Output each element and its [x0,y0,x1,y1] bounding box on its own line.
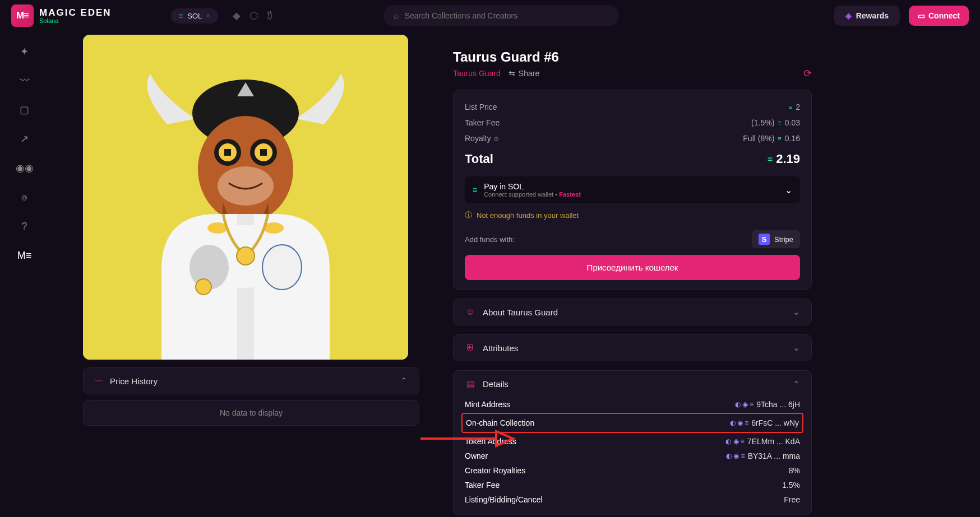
detail-row-takerfee: Taker Fee 1.5% [465,478,800,492]
royalty-value: 0.16 [785,134,800,143]
chevron-up-icon: ⌃ [400,376,408,386]
badge-icon[interactable]: ⌾ [18,190,31,204]
diamond-icon: ◈ [845,11,852,20]
taker-fee-value: 0.03 [785,118,800,127]
clipboard-icon[interactable]: ▢ [18,103,31,117]
details-header[interactable]: ▤ Details ⌃ [454,371,811,397]
me-icon[interactable]: M≡ [18,249,31,262]
brand-name: MAGIC EDEN [39,7,112,18]
attributes-label: Attributes [483,343,518,353]
detail-row-onchain: On-chain Collection ◐ ◉ ≡6rFsC ... wNy [466,416,799,430]
wallet-icon: ▭ [918,11,925,20]
token-address[interactable]: 7ELMm ... KdA [747,437,800,446]
explorer-icons[interactable]: ◐ ◉ ≡ [735,400,754,408]
refresh-icon[interactable]: ⟳ [803,67,812,80]
svg-rect-10 [260,149,267,156]
taker-fee-pct: (1.5%) [751,118,774,127]
attributes-section[interactable]: ⛨ Attributes ⌄ [453,334,812,361]
svg-rect-9 [224,149,231,156]
connect-label: Connect [928,11,960,20]
nft-illustration [83,35,408,360]
search-input[interactable] [405,11,609,20]
svg-point-16 [237,247,255,265]
price-history-section[interactable]: 〰 Price History ⌃ [83,367,419,394]
chevron-up-icon: ⌃ [793,379,800,389]
nft-image[interactable] [83,35,408,360]
stripe-label: Stripe [774,235,793,244]
chevron-down-icon: ⌄ [793,307,800,317]
rocket-icon[interactable]: ↗ [18,132,31,146]
total-value: 2.19 [776,152,800,166]
chart-icon: 〰 [95,376,103,386]
stripe-icon: S [759,234,770,245]
onchain-collection[interactable]: 6rFsC ... wNy [751,418,799,427]
solana-icon: ≡ [778,119,781,126]
bitcoin-icon[interactable]: ₿ [267,10,272,22]
solana-icon: ≡ [789,104,792,110]
detail-row-listing: Listing/Bidding/Cancel Free [465,492,800,507]
sparkle-icon[interactable]: ✦ [18,45,31,58]
warning-text: Not enough funds in your wallet [477,211,579,220]
shield-icon: ⛨ [465,343,476,353]
document-icon: ▤ [465,379,476,389]
top-bar: M≡ MAGIC EDEN Solana ≡ SOL × ◆ ⬡ ₿ ⌕ ◈ R… [0,0,980,31]
chain-icons-row: ◆ ⬡ ₿ [233,10,272,22]
sidebar: ✦ 〰 ▢ ↗ ◉◉ ⌾ ? M≡ [0,31,49,517]
solana-icon: ≡ [768,154,773,164]
explorer-icons[interactable]: ◐ ◉ ≡ [726,452,745,460]
chain-label: SOL [187,12,202,20]
nft-media-column: 〰 Price History ⌃ No data to display [83,31,419,517]
svg-point-11 [218,166,274,206]
explorer-icons[interactable]: ◐ ◉ ≡ [725,437,745,445]
collection-link[interactable]: Taurus Guard [453,69,501,78]
stripe-button[interactable]: S Stripe [752,230,800,248]
total-label: Total [465,152,493,166]
close-icon[interactable]: × [206,12,210,19]
nft-title: Taurus Guard #6 [453,49,812,65]
svg-marker-19 [496,431,513,446]
search-bar[interactable]: ⌕ [383,5,619,26]
insufficient-funds-warning: ⓘ Not enough funds in your wallet [465,210,800,220]
details-label: Details [483,379,509,389]
ethereum-icon[interactable]: ◆ [233,10,241,22]
person-icon: ☺ [465,307,476,317]
svg-point-17 [196,279,211,295]
listing-value: Free [784,495,800,504]
about-label: About Taurus Guard [483,308,558,317]
annotation-arrow [415,425,516,453]
solana-icon: ≡ [473,185,477,194]
gamepad-icon[interactable]: ◉◉ [18,161,31,175]
chevron-down-icon: ⌄ [793,343,800,353]
chain-selector[interactable]: ≡ SOL × [171,8,218,24]
price-history-label: Price History [110,376,158,386]
logo[interactable]: M≡ MAGIC EDEN Solana [11,4,112,27]
help-icon[interactable]: ? [18,220,31,233]
gear-icon[interactable]: ⚙ [493,136,499,142]
solana-icon: ≡ [179,12,183,20]
pay-subtitle: Connect supported wallet • Fastest [484,191,778,198]
explorer-icons[interactable]: ◐ ◉ ≡ [730,419,749,427]
no-data-message: No data to display [83,400,419,426]
connect-wallet-button[interactable]: ▭ Connect [909,6,969,26]
list-price-value: 2 [796,103,800,111]
royalty-pct: Full (8%) [743,134,774,143]
search-icon: ⌕ [394,11,399,21]
rewards-button[interactable]: ◈ Rewards [834,6,900,26]
royalties-value: 8% [789,466,800,475]
connect-wallet-button[interactable]: Присоединить кошелек [465,255,800,280]
share-button[interactable]: ⇆ Share [509,69,539,78]
solana-icon: ≡ [778,135,781,142]
pay-method-selector[interactable]: ≡ Pay in SOL Connect supported wallet • … [465,176,800,203]
rewards-label: Rewards [856,11,889,20]
about-section[interactable]: ☺ About Taurus Guard ⌄ [453,299,812,325]
mint-address[interactable]: 9Tcha ... 6jH [756,400,800,409]
activity-icon[interactable]: 〰 [18,74,31,87]
price-card: List Price ≡2 Taker Fee (1.5%) ≡0.03 Roy… [453,90,812,290]
owner-address[interactable]: BY31A ... mma [748,451,800,460]
share-label: Share [519,69,539,78]
royalty-label: Royalty ⚙ [465,134,499,143]
detail-row-royalties: Creator Royalties 8% [465,463,800,478]
warning-icon: ⓘ [465,210,472,220]
polygon-icon[interactable]: ⬡ [249,10,258,22]
pay-title: Pay in SOL [484,182,778,191]
